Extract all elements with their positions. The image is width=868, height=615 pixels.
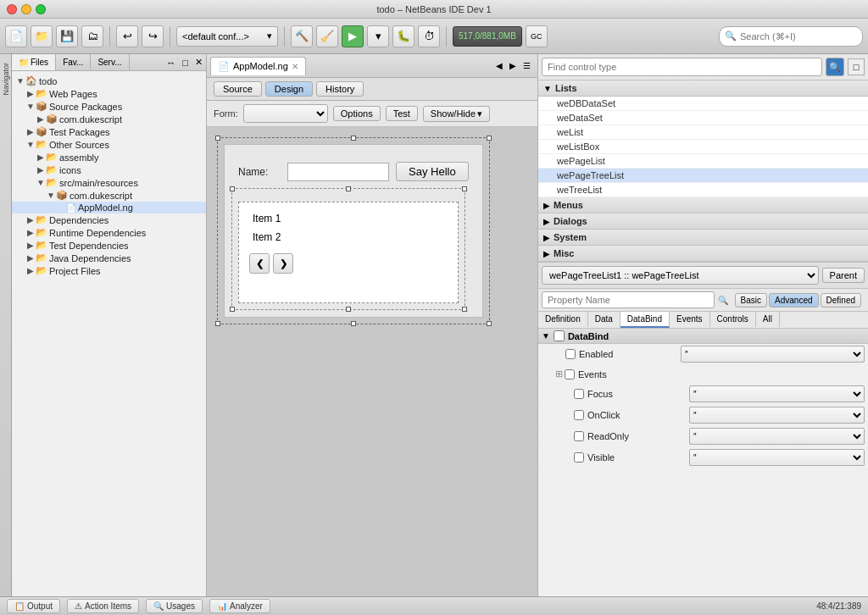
events-expand[interactable]: ⊞: [555, 368, 563, 380]
tree-item-assembly[interactable]: ▶ 📂 assembly: [12, 151, 206, 163]
tab-controls[interactable]: Controls: [710, 312, 756, 328]
category-menus[interactable]: ▶ Menus: [538, 197, 868, 213]
run-dropdown[interactable]: ▾: [367, 25, 389, 47]
readonly-dropdown[interactable]: ″: [689, 428, 865, 445]
form-select[interactable]: [243, 104, 328, 123]
tree-item-runtime-deps[interactable]: ▶ 📂 Runtime Dependencies: [12, 226, 206, 239]
onclick-checkbox[interactable]: [574, 410, 584, 420]
focus-checkbox[interactable]: [574, 389, 584, 399]
tab-data[interactable]: Data: [588, 312, 620, 328]
analyzer-tab[interactable]: 📊 Analyzer: [209, 599, 270, 613]
readonly-checkbox[interactable]: [574, 431, 584, 441]
databind-section-header[interactable]: ▼ DataBind: [538, 329, 868, 344]
comp-wePageTreeList[interactable]: wePageTreeList: [538, 169, 868, 183]
tree-root[interactable]: ▼ 🏠 todo: [12, 75, 206, 87]
tree-item-java-deps[interactable]: ▶ 📂 Java Dependencies: [12, 252, 206, 264]
comp-wePageList[interactable]: wePageList: [538, 154, 868, 169]
debug-button[interactable]: 🐛: [392, 25, 415, 47]
usages-tab[interactable]: 🔍 Usages: [146, 599, 203, 613]
search-bar[interactable]: 🔍: [719, 26, 863, 47]
tree-close-icon[interactable]: ✕: [192, 55, 206, 69]
gc-button[interactable]: GC: [526, 25, 548, 47]
tree-item-web-pages[interactable]: ▶ 📂 Web Pages: [12, 87, 206, 100]
profile-button[interactable]: ⏱: [418, 25, 440, 47]
category-misc[interactable]: ▶ Misc: [538, 246, 868, 262]
property-name-input[interactable]: [542, 291, 715, 308]
tree-item-resources[interactable]: ▼ 📂 src/main/resources: [12, 176, 206, 189]
comp-weTreeList[interactable]: weTreeList: [538, 183, 868, 197]
comp-weListBox[interactable]: weListBox: [538, 140, 868, 154]
clean-button[interactable]: 🧹: [316, 25, 338, 47]
output-tab[interactable]: 📋 Output: [7, 599, 60, 613]
tab-events[interactable]: Events: [670, 312, 710, 328]
editor-tab-close[interactable]: ✕: [292, 62, 298, 71]
prop-search-input[interactable]: [542, 58, 822, 76]
editor-nav-left[interactable]: ◀: [492, 59, 506, 72]
tree-item-deps[interactable]: ▶ 📂 Dependencies: [12, 213, 206, 226]
parent-button[interactable]: Parent: [822, 268, 865, 283]
test-button[interactable]: Test: [386, 106, 418, 121]
comp-weDataSet[interactable]: weDataSet: [538, 111, 868, 125]
open-button[interactable]: 📁: [31, 25, 53, 47]
comp-weDBDataSet[interactable]: weDBDataSet: [538, 97, 868, 111]
tree-item-appmodel[interactable]: 📄 AppModel.ng: [12, 202, 206, 213]
tree-item-other-sources[interactable]: ▼ 📂 Other Sources: [12, 138, 206, 151]
prop-resize-button[interactable]: □: [848, 58, 865, 75]
action-items-tab[interactable]: ⚠ Action Items: [67, 599, 139, 613]
list-next-button[interactable]: ❯: [273, 253, 293, 274]
save-button[interactable]: 💾: [56, 25, 78, 47]
save-all-button[interactable]: 🗂: [81, 25, 103, 47]
editor-nav-right[interactable]: ▶: [506, 59, 520, 72]
minimize-button[interactable]: [21, 4, 31, 14]
component-selector[interactable]: wePageTreeList1 :: wePageTreeList: [542, 266, 819, 285]
onclick-dropdown[interactable]: ″: [689, 407, 865, 424]
category-dialogs[interactable]: ▶ Dialogs: [538, 213, 868, 230]
tree-item-test-deps[interactable]: ▶ 📂 Test Dependencies: [12, 239, 206, 252]
search-input[interactable]: [740, 31, 857, 42]
list-prev-button[interactable]: ❮: [249, 253, 270, 274]
enabled-dropdown[interactable]: ″: [681, 346, 865, 363]
history-tab-btn[interactable]: History: [316, 81, 364, 97]
build-button[interactable]: 🔨: [291, 25, 313, 47]
tree-item-com-duke2[interactable]: ▼ 📦 com.dukescript: [12, 189, 206, 202]
tab-databind[interactable]: DataBind: [620, 312, 670, 328]
filter-defined[interactable]: Defined: [821, 293, 861, 308]
tree-sync-icon[interactable]: ↔: [163, 56, 179, 69]
focus-dropdown[interactable]: ″: [689, 385, 865, 402]
options-button[interactable]: Options: [333, 106, 381, 121]
design-tab-btn[interactable]: Design: [265, 81, 313, 97]
editor-tab-appmodel[interactable]: 📄 AppModel.ng ✕: [210, 57, 306, 75]
run-button[interactable]: ▶: [342, 25, 364, 47]
forward-button[interactable]: ↪: [142, 25, 164, 47]
name-input[interactable]: [287, 163, 389, 181]
tab-all[interactable]: All: [756, 312, 780, 328]
tab-favorites[interactable]: Fav...: [56, 54, 91, 70]
filter-advanced[interactable]: Advanced: [769, 293, 818, 308]
events-checkbox[interactable]: [565, 369, 575, 380]
category-lists[interactable]: ▼ Lists: [538, 80, 868, 97]
editor-nav-menu[interactable]: ☰: [520, 59, 534, 72]
tab-definition[interactable]: Definition: [538, 312, 588, 328]
tab-services[interactable]: Serv...: [91, 54, 129, 70]
maximize-button[interactable]: [36, 4, 46, 14]
category-system[interactable]: ▶ System: [538, 230, 868, 246]
tree-item-source-packages[interactable]: ▼ 📦 Source Packages: [12, 100, 206, 113]
prop-search-button[interactable]: 🔍: [826, 58, 844, 76]
comp-weList[interactable]: weList: [538, 125, 868, 140]
tree-item-icons[interactable]: ▶ 📂 icons: [12, 163, 206, 176]
say-hello-button[interactable]: Say Hello: [396, 162, 469, 181]
show-hide-button[interactable]: Show/Hide ▾: [423, 106, 490, 122]
databind-checkbox[interactable]: [554, 330, 565, 341]
visible-checkbox[interactable]: [574, 452, 584, 463]
filter-basic[interactable]: Basic: [735, 293, 767, 308]
window-controls[interactable]: [7, 4, 46, 14]
tree-maximize-icon[interactable]: □: [179, 56, 192, 69]
back-button[interactable]: ↩: [116, 25, 138, 47]
enabled-checkbox[interactable]: [565, 349, 576, 359]
visible-dropdown[interactable]: ″: [689, 449, 865, 466]
new-button[interactable]: 📄: [5, 25, 27, 47]
tree-item-project-files[interactable]: ▶ 📂 Project Files: [12, 264, 206, 277]
close-button[interactable]: [7, 4, 17, 14]
tree-item-com-duke1[interactable]: ▶ 📦 com.dukescript: [12, 113, 206, 125]
source-tab-btn[interactable]: Source: [214, 81, 262, 97]
